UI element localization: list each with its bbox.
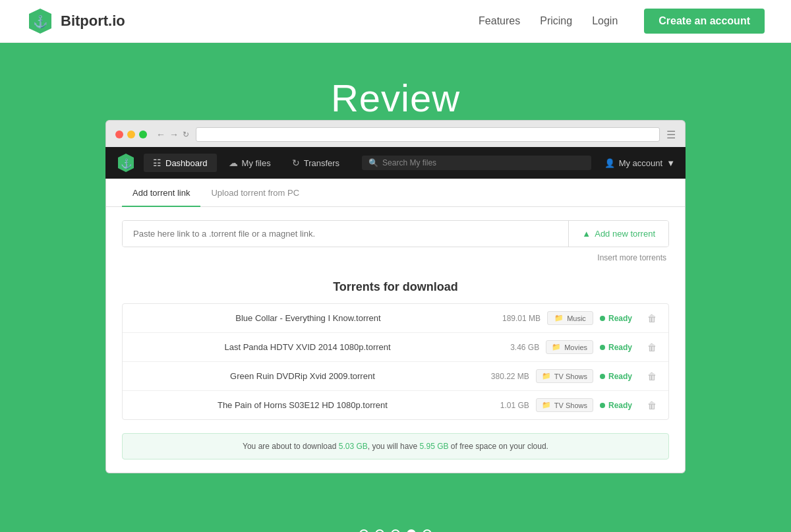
torrent-filename: Last Panda HDTV XVID 2014 1080p.torrent bbox=[132, 342, 483, 352]
torrent-size: 380.22 MB bbox=[480, 372, 529, 381]
logo-text: Bitport.io bbox=[61, 13, 125, 30]
delete-torrent-button[interactable]: 🗑 bbox=[645, 399, 659, 412]
app-nav-transfers-label: Transfers bbox=[304, 158, 339, 168]
download-info-bar: You are about to download 5.03 GB, you w… bbox=[122, 433, 669, 459]
add-torrent-icon: ▲ bbox=[582, 229, 591, 239]
delete-torrent-button[interactable]: 🗑 bbox=[645, 341, 659, 354]
browser-back-arrow[interactable]: ← bbox=[156, 129, 165, 140]
torrent-input-section: ▲ Add new torrent Insert more torrents bbox=[106, 207, 685, 270]
status-label: Ready bbox=[608, 372, 632, 381]
nav-pricing-link[interactable]: Pricing bbox=[540, 15, 572, 27]
folder-icon: 📁 bbox=[552, 343, 561, 351]
app-nav-account-label: My account bbox=[619, 158, 662, 168]
pagination-dots bbox=[0, 513, 791, 532]
navbar: ⚓ Bitport.io Features Pricing Login Crea… bbox=[0, 0, 791, 43]
dashboard-icon: ☷ bbox=[153, 158, 161, 168]
browser-chrome-bar: ← → ↻ ☰ bbox=[105, 120, 686, 147]
app-content: Add torrent link Upload torrent from PC … bbox=[105, 179, 686, 473]
insert-more-link[interactable]: Insert more torrents bbox=[122, 247, 669, 263]
torrents-section-title: Torrents for download bbox=[122, 280, 669, 294]
pagination-dot-3[interactable] bbox=[391, 529, 400, 532]
status-label: Ready bbox=[608, 401, 632, 410]
browser-forward-arrow[interactable]: → bbox=[169, 129, 179, 140]
torrent-size: 189.01 MB bbox=[491, 314, 541, 323]
torrent-row: Blue Collar - Everything I Know.torrent … bbox=[123, 304, 668, 333]
hero-title: Review bbox=[0, 76, 791, 120]
browser-mockup: ← → ↻ ☰ ⚓ ☷ Dashboard ☁ My files ↻ bbox=[92, 120, 699, 513]
torrent-size: 1.01 GB bbox=[480, 401, 529, 410]
browser-address-bar[interactable] bbox=[196, 127, 660, 142]
torrent-category-label: TV Shows bbox=[554, 401, 587, 409]
navbar-links: Features Pricing Login Create an account bbox=[479, 9, 765, 34]
torrent-row: The Pain of Horns S03E12 HD 1080p.torren… bbox=[123, 391, 668, 419]
browser-menu-icon[interactable]: ☰ bbox=[666, 129, 676, 141]
app-nav-account[interactable]: 👤 My account ▼ bbox=[604, 158, 675, 168]
status-label: Ready bbox=[608, 314, 632, 323]
browser-window-controls bbox=[115, 131, 147, 138]
browser-nav-arrows: ← → ↻ bbox=[156, 129, 189, 140]
folder-icon: 📁 bbox=[542, 401, 551, 409]
status-dot bbox=[600, 345, 605, 350]
torrent-category-label: Movies bbox=[564, 343, 587, 351]
torrent-category-tag[interactable]: 📁 TV Shows bbox=[536, 369, 593, 383]
tab-add-torrent-link[interactable]: Add torrent link bbox=[122, 179, 200, 207]
status-dot bbox=[600, 374, 605, 379]
app-nav-transfers[interactable]: ↻ Transfers bbox=[283, 154, 349, 172]
status-dot bbox=[600, 403, 605, 408]
torrent-row: Last Panda HDTV XVID 2014 1080p.torrent … bbox=[123, 333, 668, 362]
close-window-dot bbox=[115, 131, 123, 138]
insert-more-anchor[interactable]: Insert more torrents bbox=[597, 253, 666, 262]
torrent-list: Blue Collar - Everything I Know.torrent … bbox=[122, 303, 669, 420]
minimize-window-dot bbox=[127, 131, 135, 138]
maximize-window-dot bbox=[139, 131, 147, 138]
hero-section: Review ← → ↻ ☰ ⚓ ☷ Da bbox=[0, 43, 791, 532]
account-icon: 👤 bbox=[604, 158, 615, 168]
app-logo-icon: ⚓ bbox=[116, 153, 136, 173]
app-search-bar[interactable]: 🔍 Search My files bbox=[362, 156, 591, 170]
total-download-size: 5.03 GB bbox=[339, 442, 368, 451]
folder-icon: 📁 bbox=[554, 314, 564, 322]
svg-text:⚓: ⚓ bbox=[121, 158, 132, 169]
status-label: Ready bbox=[608, 343, 632, 352]
torrent-category-tag[interactable]: 📁 TV Shows bbox=[536, 398, 593, 412]
search-icon: 🔍 bbox=[368, 158, 378, 167]
delete-torrent-button[interactable]: 🗑 bbox=[645, 370, 659, 383]
nav-features-link[interactable]: Features bbox=[479, 15, 520, 27]
torrent-filename: Green Ruin DVDRip Xvid 2009.torrent bbox=[132, 371, 473, 381]
torrent-category-tag[interactable]: 📁 Music bbox=[547, 311, 593, 325]
nav-login-link[interactable]: Login bbox=[592, 15, 618, 27]
torrents-section: Torrents for download Blue Collar - Ever… bbox=[106, 270, 685, 433]
myfiles-icon: ☁ bbox=[229, 158, 238, 168]
pagination-dot-5[interactable] bbox=[423, 529, 432, 532]
transfers-icon: ↻ bbox=[292, 158, 300, 168]
svg-text:⚓: ⚓ bbox=[33, 15, 48, 29]
logo: ⚓ Bitport.io bbox=[26, 7, 479, 35]
torrent-status-badge: Ready bbox=[600, 314, 638, 323]
torrent-filename: The Pain of Horns S03E12 HD 1080p.torren… bbox=[132, 400, 473, 410]
tab-upload-from-pc[interactable]: Upload torrent from PC bbox=[200, 179, 310, 207]
status-dot bbox=[600, 316, 605, 321]
torrent-status-badge: Ready bbox=[600, 372, 638, 381]
app-nav-dashboard[interactable]: ☷ Dashboard bbox=[144, 154, 217, 172]
delete-torrent-button[interactable]: 🗑 bbox=[645, 312, 659, 325]
app-nav-myfiles-label: My files bbox=[242, 158, 271, 168]
torrent-category-tag[interactable]: 📁 Movies bbox=[546, 340, 593, 354]
torrent-link-input[interactable] bbox=[123, 221, 568, 247]
pagination-dot-4[interactable] bbox=[407, 529, 416, 532]
account-chevron-icon: ▼ bbox=[666, 158, 675, 168]
add-new-torrent-button[interactable]: ▲ Add new torrent bbox=[568, 221, 668, 247]
app-nav-dashboard-label: Dashboard bbox=[165, 158, 208, 168]
torrent-category-label: TV Shows bbox=[554, 372, 587, 380]
torrent-status-badge: Ready bbox=[600, 401, 638, 410]
pagination-dot-1[interactable] bbox=[359, 529, 368, 532]
torrent-status-badge: Ready bbox=[600, 343, 638, 352]
add-torrent-btn-label: Add new torrent bbox=[595, 229, 655, 239]
app-nav-myfiles[interactable]: ☁ My files bbox=[220, 154, 280, 172]
app-navigation: ⚓ ☷ Dashboard ☁ My files ↻ Transfers 🔍 S… bbox=[105, 147, 686, 179]
pagination-dot-2[interactable] bbox=[375, 529, 384, 532]
create-account-button[interactable]: Create an account bbox=[644, 9, 765, 34]
browser-refresh-icon[interactable]: ↻ bbox=[183, 130, 189, 139]
bitport-logo-icon: ⚓ bbox=[26, 7, 54, 35]
search-placeholder-text: Search My files bbox=[382, 158, 436, 167]
torrent-category-label: Music bbox=[567, 314, 586, 322]
